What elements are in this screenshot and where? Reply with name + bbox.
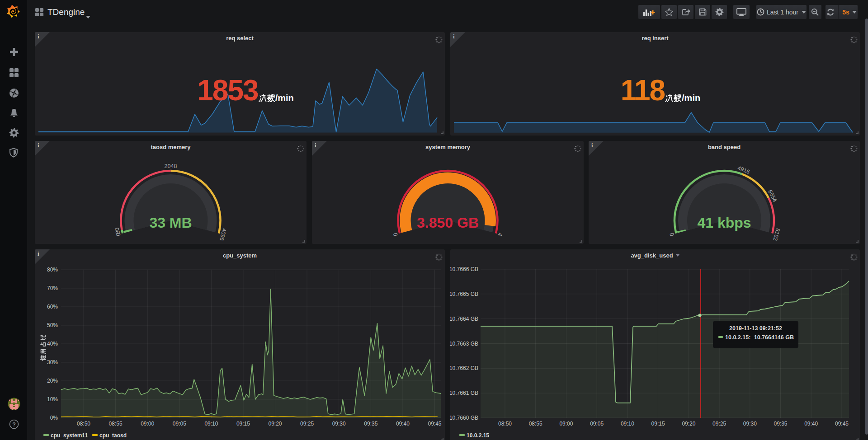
- svg-text:09:35: 09:35: [774, 421, 787, 427]
- svg-text:50%: 50%: [47, 322, 58, 328]
- svg-text:10.7661 GB: 10.7661 GB: [450, 390, 478, 396]
- svg-text:09:40: 09:40: [804, 421, 818, 427]
- svg-text:10.7666 GB: 10.7666 GB: [450, 266, 478, 272]
- svg-text:09:10: 09:10: [621, 421, 634, 427]
- svg-text:41 kbps: 41 kbps: [697, 215, 751, 231]
- svg-text:0%: 0%: [50, 415, 58, 421]
- svg-text:80%: 80%: [47, 267, 58, 273]
- svg-text:0: 0: [392, 232, 399, 237]
- svg-text:09:15: 09:15: [651, 421, 665, 427]
- svg-text:09:40: 09:40: [396, 421, 410, 427]
- svg-text:09:20: 09:20: [268, 421, 282, 427]
- svg-text:4: 4: [496, 232, 503, 237]
- svg-text:10.7660 GB: 10.7660 GB: [450, 415, 478, 421]
- svg-text:80: 80: [114, 227, 121, 234]
- svg-text:09:45: 09:45: [428, 421, 441, 427]
- svg-text:08:55: 08:55: [529, 421, 542, 427]
- svg-text:?: ?: [12, 421, 16, 428]
- svg-text:10.7665 GB: 10.7665 GB: [450, 291, 478, 297]
- svg-text:09:05: 09:05: [590, 421, 604, 427]
- svg-text:60%: 60%: [47, 304, 58, 310]
- svg-text:09:30: 09:30: [743, 421, 757, 427]
- svg-text:09:00: 09:00: [559, 421, 573, 427]
- svg-text:09:25: 09:25: [300, 421, 314, 427]
- svg-text:09:35: 09:35: [364, 421, 377, 427]
- svg-text:09:30: 09:30: [332, 421, 346, 427]
- svg-text:09:20: 09:20: [682, 421, 695, 427]
- svg-text:10.7664 GB: 10.7664 GB: [450, 316, 478, 322]
- svg-text:09:05: 09:05: [173, 421, 186, 427]
- svg-text:08:50: 08:50: [77, 421, 90, 427]
- svg-text:10.7663 GB: 10.7663 GB: [450, 341, 478, 347]
- svg-text:09:25: 09:25: [712, 421, 726, 427]
- svg-text:33 MB: 33 MB: [149, 215, 192, 231]
- svg-text:10%: 10%: [47, 396, 58, 403]
- svg-text:09:15: 09:15: [236, 421, 250, 427]
- svg-text:30%: 30%: [47, 359, 58, 365]
- svg-text:08:50: 08:50: [498, 421, 512, 427]
- svg-text:3.850 GB: 3.850 GB: [417, 215, 479, 231]
- svg-text:20%: 20%: [47, 378, 58, 384]
- svg-text:70%: 70%: [47, 285, 58, 291]
- svg-text:2048: 2048: [165, 163, 177, 169]
- svg-text:09:45: 09:45: [835, 421, 849, 427]
- svg-text:10.7662 GB: 10.7662 GB: [450, 365, 478, 371]
- svg-text:0: 0: [669, 232, 675, 237]
- svg-text:09:00: 09:00: [141, 421, 154, 427]
- svg-text:09:10: 09:10: [204, 421, 218, 427]
- svg-text:40%: 40%: [47, 341, 58, 347]
- svg-text:08:55: 08:55: [109, 421, 123, 427]
